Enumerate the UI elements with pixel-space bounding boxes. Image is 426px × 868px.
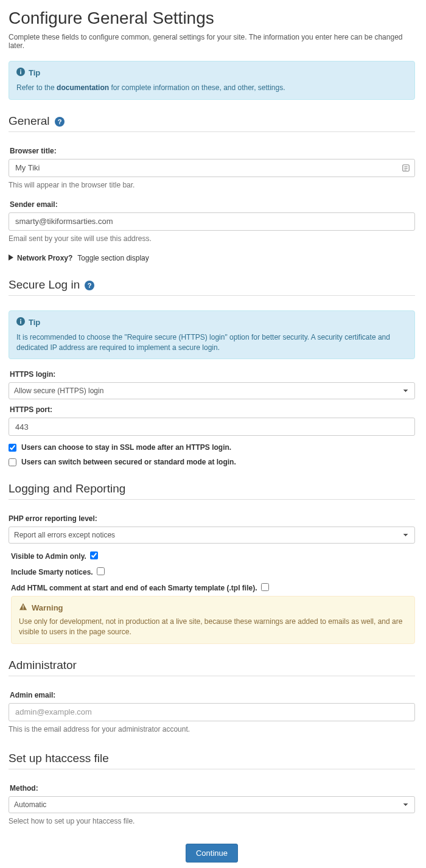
switch-mode-label[interactable]: Users can switch between secured or stan… [21, 458, 236, 466]
svg-rect-1 [20, 71, 21, 74]
visible-admin-checkbox[interactable] [90, 551, 98, 559]
svg-marker-9 [9, 254, 13, 261]
warning-body: Use only for development, not in product… [19, 617, 407, 637]
admin-email-help: This is the email address for your admin… [9, 725, 415, 733]
secure-heading: Secure Log in [9, 278, 80, 292]
https-login-label: HTTPS login: [9, 370, 415, 379]
warning-title-text: Warning [32, 603, 63, 612]
proxy-sublabel: Toggle section display [77, 254, 148, 262]
switch-mode-checkbox[interactable] [9, 458, 16, 466]
admin-heading-row: Administrator [9, 659, 415, 676]
browser-title-help: This will appear in the browser title ba… [9, 181, 415, 189]
browser-title-input[interactable] [9, 159, 415, 177]
tip-prefix: Refer to the [16, 83, 57, 92]
svg-rect-2 [20, 69, 21, 71]
svg-rect-8 [404, 169, 407, 170]
secure-tip-box: Tip It is recommended to choose the "Req… [9, 310, 415, 360]
secure-tip-title: Tip [29, 318, 40, 327]
add-comment-label[interactable]: Add HTML comment at start and end of eac… [11, 584, 257, 592]
svg-rect-7 [404, 168, 407, 169]
stay-ssl-checkbox[interactable] [9, 444, 16, 452]
admin-email-input[interactable] [9, 703, 415, 721]
admin-heading: Administrator [9, 659, 77, 672]
htaccess-method-select[interactable]: Automatic [9, 796, 415, 813]
https-login-select[interactable]: Allow secure (HTTPS) login [9, 382, 415, 399]
tip-title: Tip [29, 68, 40, 77]
visible-admin-label[interactable]: Visible to Admin only. [11, 552, 86, 561]
htaccess-heading: Set up htaccess file [9, 752, 109, 765]
php-level-label: PHP error reporting level: [9, 514, 415, 523]
sender-email-input[interactable] [9, 212, 415, 231]
info-icon [16, 68, 25, 78]
svg-text:?: ? [57, 118, 61, 125]
network-proxy-toggle[interactable]: Network Proxy? Toggle section display [9, 254, 415, 262]
general-heading: General [9, 114, 50, 128]
page-subtitle: Complete these fields to configure commo… [9, 33, 415, 50]
logging-heading-row: Logging and Reporting [9, 482, 415, 500]
browser-title-label: Browser title: [9, 147, 415, 155]
include-smarty-label[interactable]: Include Smarty notices. [11, 568, 93, 576]
secure-tip-body: It is recommended to choose the "Require… [16, 332, 407, 353]
page-title: Configure General Settings [9, 9, 415, 28]
svg-rect-13 [20, 320, 21, 323]
include-smarty-checkbox[interactable] [97, 567, 105, 575]
top-tip-box: Tip Refer to the documentation for compl… [9, 61, 415, 100]
https-port-label: HTTPS port: [9, 405, 415, 414]
svg-rect-14 [20, 319, 21, 320]
info-icon [16, 317, 25, 327]
warning-box: Warning Use only for development, not in… [11, 596, 415, 644]
sender-email-label: Sender email: [9, 200, 415, 209]
input-suggestion-icon [402, 164, 410, 172]
htaccess-method-help: Select how to set up your htaccess file. [9, 817, 415, 825]
stay-ssl-label[interactable]: Users can choose to stay in SSL mode aft… [21, 443, 231, 452]
secure-heading-row: Secure Log in ? [9, 278, 415, 296]
warning-icon [19, 603, 27, 613]
admin-email-label: Admin email: [9, 691, 415, 699]
htaccess-heading-row: Set up htaccess file [9, 752, 415, 769]
general-heading-row: General ? [9, 114, 415, 132]
https-port-input[interactable] [9, 418, 415, 436]
svg-text:?: ? [88, 282, 92, 289]
help-icon[interactable]: ? [85, 280, 94, 290]
add-comment-checkbox[interactable] [261, 583, 269, 591]
svg-rect-16 [23, 606, 23, 608]
logging-heading: Logging and Reporting [9, 482, 125, 495]
help-icon[interactable]: ? [55, 116, 65, 126]
proxy-label: Network Proxy? [17, 254, 72, 262]
continue-button[interactable]: Continue [186, 844, 238, 863]
svg-rect-6 [404, 166, 407, 167]
tip-suffix: for complete information on these, and o… [109, 83, 285, 92]
sender-email-help: Email sent by your site will use this ad… [9, 234, 415, 243]
chevron-right-icon [9, 254, 13, 262]
documentation-link[interactable]: documentation [57, 83, 109, 92]
svg-rect-17 [23, 609, 23, 609]
htaccess-method-label: Method: [9, 784, 415, 793]
php-level-select[interactable]: Report all errors except notices [9, 527, 415, 544]
